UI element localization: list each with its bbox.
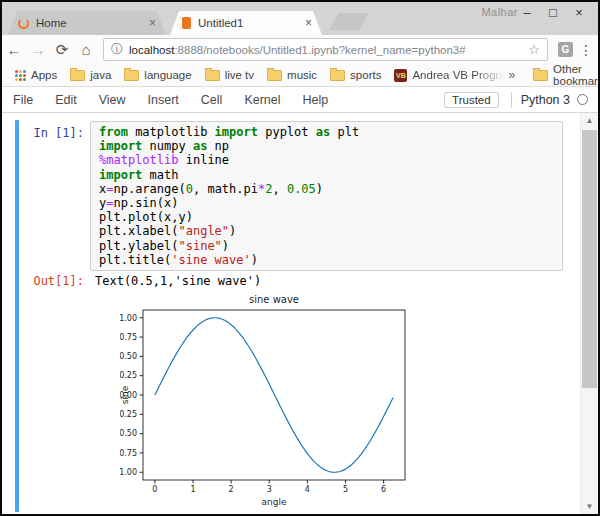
code-cell-editor[interactable]: from matplotlib import pyplot as pltimpo… (90, 121, 563, 271)
code-line: plt.title('sine wave') (99, 253, 554, 267)
output-prompt: Out[1]: (2, 274, 84, 288)
new-tab-button[interactable] (329, 13, 368, 30)
other-bookmarks-button[interactable]: Other bookmarks (533, 63, 600, 87)
notebook-menubar: FileEditViewInsertCellKernelHelp Trusted… (2, 87, 598, 113)
code-line: from matplotlib import pyplot as plt (99, 125, 554, 139)
bookmark-apps[interactable]: Apps (15, 69, 57, 81)
output-text: Text(0.5,1,'sine wave') (95, 274, 261, 288)
bookmark-java[interactable]: java (70, 69, 111, 81)
svg-text:−1.00: −1.00 (120, 468, 137, 477)
omnibox[interactable]: ⓘ localhost :8888/notebooks/Untitled1.ip… (103, 38, 548, 61)
window-owner-label: Malhar (481, 6, 518, 18)
svg-text:2: 2 (229, 485, 234, 494)
reload-button[interactable]: ⟳ (50, 41, 74, 59)
menu-item-help[interactable]: Help (303, 93, 329, 107)
menubar-divider (511, 92, 512, 108)
forward-button[interactable]: → (26, 41, 50, 58)
scroll-thumb[interactable] (582, 130, 597, 388)
folder-icon (330, 70, 345, 81)
code-line: import math (99, 168, 554, 182)
bookmark-label: live tv (225, 69, 254, 81)
bookmark-label: Andrea VB Programm (412, 69, 508, 81)
menu-item-cell[interactable]: Cell (201, 93, 223, 107)
svg-text:−0.50: −0.50 (120, 429, 137, 438)
bookmark-label: sports (350, 69, 381, 81)
menu-item-file[interactable]: File (13, 93, 33, 107)
tab-close-icon[interactable]: × (149, 16, 156, 30)
scroll-down-button[interactable]: ▼ (581, 499, 598, 514)
code-line: %matplotlib inline (99, 153, 554, 167)
browser-window: Malhar – □ × Home×Untitled1× ← → ⟳ ⌂ ⓘ l… (0, 0, 600, 516)
code-line: plt.xlabel("angle") (99, 224, 554, 238)
input-prompt: In [1]: (2, 126, 84, 140)
folder-icon (533, 70, 548, 81)
trusted-badge[interactable]: Trusted (444, 92, 499, 108)
svg-text:4: 4 (305, 485, 310, 494)
bookmarks-bar: Appsjavalanguagelive tvmusicsportsVBAndr… (2, 64, 598, 87)
url-path: :8888/notebooks/Untitled1.ipynb?kernel_n… (174, 44, 465, 56)
titlebar: Malhar – □ × Home×Untitled1× (2, 2, 598, 35)
menu-item-kernel[interactable]: Kernel (244, 93, 280, 107)
menu-item-view[interactable]: View (99, 93, 126, 107)
svg-text:0: 0 (152, 485, 157, 494)
bookmark-language[interactable]: language (124, 69, 191, 81)
bookmark-label: java (90, 69, 111, 81)
svg-text:0.25: 0.25 (120, 371, 137, 380)
selected-cell-border (15, 120, 19, 512)
svg-text:1.00: 1.00 (120, 314, 137, 323)
bookmark-label: language (144, 69, 191, 81)
scrollbar[interactable]: ▲ ▼ (580, 113, 598, 514)
close-button[interactable]: × (566, 5, 592, 20)
bookmarks-items: Appsjavalanguagelive tvmusicsportsVBAndr… (2, 69, 508, 82)
svg-text:angle: angle (262, 497, 287, 507)
extension-g-badge[interactable]: G (558, 42, 573, 57)
svg-text:sine: sine (120, 385, 130, 404)
minimize-button[interactable]: – (514, 5, 540, 20)
notebook-menu-items: FileEditViewInsertCellKernelHelp (2, 93, 339, 107)
other-bookmarks-label: Other bookmarks (553, 63, 600, 87)
apps-grid-icon (15, 70, 26, 81)
jupyter-home-icon (18, 18, 29, 29)
tab-untitled1[interactable]: Untitled1× (170, 11, 322, 35)
sine-wave-chart: 01234561.000.750.500.250.00−0.25−0.50−0.… (120, 288, 420, 513)
vb-favicon: VB (394, 69, 407, 82)
plot-output: 01234561.000.750.500.250.00−0.25−0.50−0.… (120, 288, 420, 513)
svg-text:6: 6 (381, 485, 386, 494)
svg-text:sine wave: sine wave (249, 294, 299, 305)
bookmark-andrea-vb-programm[interactable]: VBAndrea VB Programm (394, 69, 508, 82)
bookmark-star-icon[interactable]: ☆ (528, 42, 540, 57)
menu-item-edit[interactable]: Edit (55, 93, 77, 107)
code-line: plt.ylabel("sine") (99, 239, 554, 253)
folder-icon (70, 70, 85, 81)
back-button[interactable]: ← (2, 41, 26, 58)
kernel-status-icon (577, 94, 588, 105)
notebook-icon (180, 17, 191, 29)
menu-item-insert[interactable]: Insert (148, 93, 179, 107)
folder-icon (205, 70, 220, 81)
svg-text:0.75: 0.75 (120, 333, 137, 342)
tab-home[interactable]: Home× (8, 11, 166, 35)
code-line: import numpy as np (99, 139, 554, 153)
code-line: plt.plot(x,y) (99, 210, 554, 224)
folder-icon (124, 70, 139, 81)
notebook-content: In [1]: from matplotlib import pyplot as… (2, 113, 598, 514)
bookmark-live-tv[interactable]: live tv (205, 69, 254, 81)
browser-menu-button[interactable]: ⋮ (578, 42, 594, 58)
tab-label: Home (36, 17, 67, 29)
site-info-icon[interactable]: ⓘ (111, 41, 123, 58)
bookmarks-overflow-button[interactable]: » (508, 68, 515, 82)
bookmark-label: Apps (31, 69, 57, 81)
kernel-name-label: Python 3 (521, 93, 570, 107)
bookmark-sports[interactable]: sports (330, 69, 381, 81)
scroll-up-button[interactable]: ▲ (581, 113, 598, 128)
svg-text:0.50: 0.50 (120, 352, 137, 361)
bookmark-label: music (287, 69, 317, 81)
bookmark-music[interactable]: music (267, 69, 317, 81)
svg-text:1: 1 (190, 485, 195, 494)
maximize-button[interactable]: □ (540, 5, 566, 20)
svg-text:−0.25: −0.25 (120, 410, 137, 419)
svg-text:−0.75: −0.75 (120, 449, 137, 458)
url-host: localhost (129, 44, 174, 56)
home-button[interactable]: ⌂ (74, 41, 98, 58)
tab-close-icon[interactable]: × (305, 16, 312, 30)
